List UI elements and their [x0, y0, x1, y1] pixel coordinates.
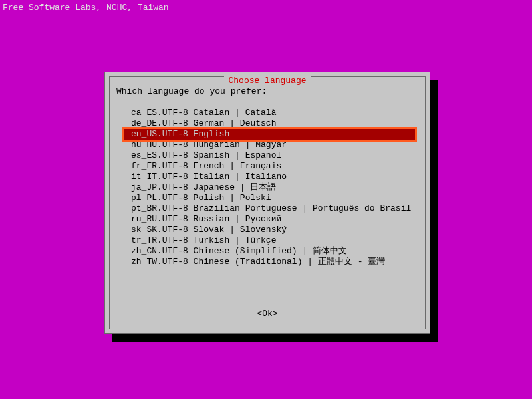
language-item-label: fr_FR.UTF-8 French | Français — [131, 161, 281, 171]
language-item[interactable]: pt_BR.UTF-8 Brazilian Portuguese | Portu… — [116, 203, 418, 214]
language-item[interactable]: de_DE.UTF-8 German | Deutsch — [116, 118, 418, 129]
language-item[interactable]: zh_TW.UTF-8 Chinese (Traditional) | 正體中文… — [116, 257, 418, 267]
language-item[interactable]: fr_FR.UTF-8 French | Français — [116, 161, 418, 172]
language-item[interactable]: pl_PL.UTF-8 Polish | Polski — [116, 193, 418, 203]
dialog-title: Choose language — [224, 76, 310, 86]
language-item[interactable]: ca_ES.UTF-8 Catalan | Català — [116, 108, 418, 118]
language-item-label: de_DE.UTF-8 German | Deutsch — [131, 118, 276, 128]
language-item-label: tr_TR.UTF-8 Turkish | Türkçe — [131, 235, 276, 245]
language-item-label: ja_JP.UTF-8 Japanese | 日本語 — [131, 182, 276, 192]
language-item[interactable]: en_US.UTF-8 English — [116, 129, 418, 140]
language-item[interactable]: hu_HU.UTF-8 Hungarian | Magyar — [116, 140, 418, 150]
language-item[interactable]: ru_RU.UTF-8 Russian | Русский — [116, 214, 418, 225]
language-item-label: pt_BR.UTF-8 Brazilian Portuguese | Portu… — [131, 203, 411, 213]
language-dialog: Choose language Which language do you pr… — [104, 72, 430, 334]
language-item-label: zh_CN.UTF-8 Chinese (Simplified) | 简体中文 — [131, 246, 347, 256]
language-item[interactable]: tr_TR.UTF-8 Turkish | Türkçe — [116, 235, 418, 246]
language-item[interactable]: zh_CN.UTF-8 Chinese (Simplified) | 简体中文 — [116, 246, 418, 257]
language-item-label: zh_TW.UTF-8 Chinese (Traditional) | 正體中文… — [131, 257, 385, 267]
language-item[interactable]: es_ES.UTF-8 Spanish | Español — [116, 150, 418, 161]
language-item-label: ru_RU.UTF-8 Russian | Русский — [131, 214, 281, 224]
dialog-title-wrap: Choose language — [110, 76, 425, 86]
ok-button[interactable]: <Ok> — [110, 309, 425, 319]
language-item[interactable]: ja_JP.UTF-8 Japanese | 日本語 — [116, 182, 418, 193]
language-item-label: ca_ES.UTF-8 Catalan | Català — [131, 108, 276, 118]
language-list[interactable]: ca_ES.UTF-8 Catalan | Catalàde_DE.UTF-8 … — [116, 108, 418, 267]
dialog-inner-frame: Choose language Which language do you pr… — [109, 76, 426, 329]
language-item[interactable]: it_IT.UTF-8 Italian | Italiano — [116, 172, 418, 182]
language-item-label: sk_SK.UTF-8 Slovak | Slovenský — [131, 225, 287, 235]
language-item-label: it_IT.UTF-8 Italian | Italiano — [131, 172, 287, 182]
language-item-label: pl_PL.UTF-8 Polish | Polski — [131, 193, 271, 203]
language-item-label: hu_HU.UTF-8 Hungarian | Magyar — [131, 140, 287, 150]
language-item-label: en_US.UTF-8 English — [124, 129, 416, 140]
language-item[interactable]: sk_SK.UTF-8 Slovak | Slovenský — [116, 225, 418, 235]
header-text: Free Software Labs, NCHC, Taiwan — [3, 3, 169, 13]
dialog-prompt: Which language do you prefer: — [116, 86, 267, 97]
language-item-label: es_ES.UTF-8 Spanish | Español — [131, 150, 281, 160]
